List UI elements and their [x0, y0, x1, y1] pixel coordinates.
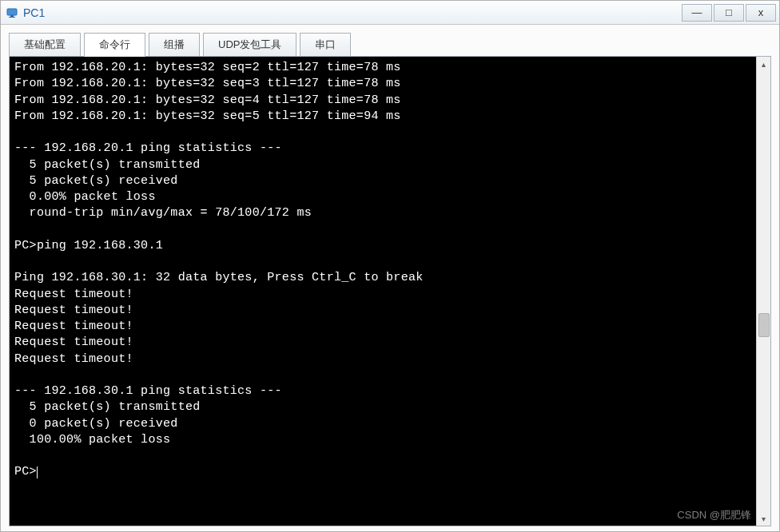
tab-serial[interactable]: 串口 [300, 33, 351, 57]
titlebar-left: PC1 [6, 6, 45, 19]
svg-rect-1 [10, 15, 14, 17]
app-window: PC1 — □ x 基础配置 命令行 组播 UDP发包工具 串口 From 19… [0, 0, 780, 532]
content-area: 基础配置 命令行 组播 UDP发包工具 串口 From 192.168.20.1… [1, 25, 779, 531]
tab-basic-config[interactable]: 基础配置 [9, 33, 81, 57]
scrollbar: ▴ ▾ [756, 57, 770, 526]
terminal-wrapper: From 192.168.20.1: bytes=32 seq=2 ttl=12… [9, 56, 771, 526]
svg-rect-0 [7, 9, 17, 15]
maximize-button[interactable]: □ [714, 4, 744, 22]
tab-command-line[interactable]: 命令行 [84, 33, 145, 57]
scroll-up-arrow-icon[interactable]: ▴ [757, 57, 771, 71]
scroll-down-arrow-icon[interactable]: ▾ [757, 511, 771, 526]
minimize-button[interactable]: — [682, 4, 712, 22]
tab-udp-tool[interactable]: UDP发包工具 [203, 33, 296, 57]
app-icon [6, 6, 18, 19]
window-controls: — □ x [680, 4, 776, 22]
terminal-output[interactable]: From 192.168.20.1: bytes=32 seq=2 ttl=12… [10, 57, 756, 526]
tab-multicast[interactable]: 组播 [149, 33, 200, 57]
titlebar[interactable]: PC1 — □ x [1, 1, 779, 25]
close-button[interactable]: x [746, 4, 776, 22]
window-title: PC1 [23, 6, 45, 19]
svg-rect-2 [9, 17, 15, 18]
tab-bar: 基础配置 命令行 组播 UDP发包工具 串口 [9, 33, 771, 57]
scrollbar-track[interactable] [757, 71, 771, 511]
scrollbar-thumb[interactable] [758, 313, 770, 337]
